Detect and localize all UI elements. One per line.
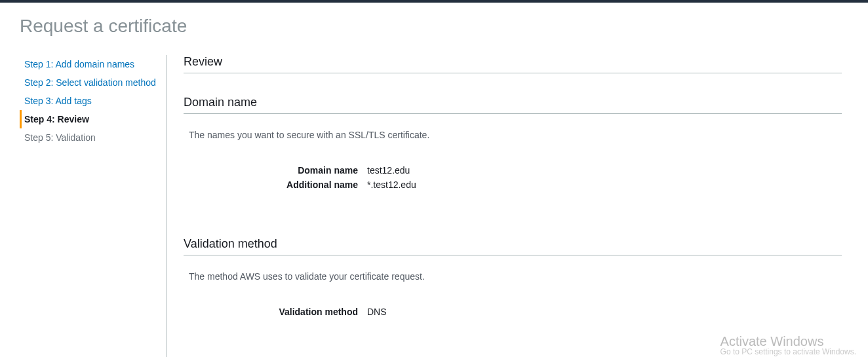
domain-name-section-desc: The names you want to secure with an SSL… bbox=[189, 130, 842, 140]
step-4-review[interactable]: Step 4: Review bbox=[20, 110, 160, 128]
kv-domain-name: Domain name test12.edu bbox=[184, 165, 842, 176]
validation-method-section-title: Validation method bbox=[184, 237, 842, 255]
kv-domain-name-label: Domain name bbox=[184, 165, 367, 176]
kv-additional-name-label: Additional name bbox=[184, 179, 367, 190]
step-3-add-tags[interactable]: Step 3: Add tags bbox=[20, 92, 160, 110]
step-5-validation: Step 5: Validation bbox=[20, 128, 160, 147]
kv-validation-method-label: Validation method bbox=[184, 307, 367, 317]
validation-method-kv-block: Validation method DNS bbox=[184, 307, 842, 321]
step-1-add-domain-names[interactable]: Step 1: Add domain names bbox=[20, 55, 160, 73]
validation-method-section-desc: The method AWS uses to validate your cer… bbox=[189, 271, 842, 282]
domain-name-kv-block: Domain name test12.edu Additional name *… bbox=[184, 165, 842, 194]
domain-name-section-title: Domain name bbox=[184, 96, 842, 114]
review-heading: Review bbox=[184, 55, 842, 73]
main-content: Review Domain name The names you want to… bbox=[167, 55, 848, 357]
kv-additional-name: Additional name *.test12.edu bbox=[184, 179, 842, 190]
page-title: Request a certificate bbox=[20, 16, 848, 37]
step-2-select-validation-method[interactable]: Step 2: Select validation method bbox=[20, 73, 160, 92]
kv-validation-method: Validation method DNS bbox=[184, 307, 842, 317]
kv-validation-method-value: DNS bbox=[367, 307, 387, 317]
kv-additional-name-value: *.test12.edu bbox=[367, 179, 416, 190]
wizard-steps-sidebar: Step 1: Add domain names Step 2: Select … bbox=[20, 55, 167, 357]
kv-domain-name-value: test12.edu bbox=[367, 165, 410, 176]
